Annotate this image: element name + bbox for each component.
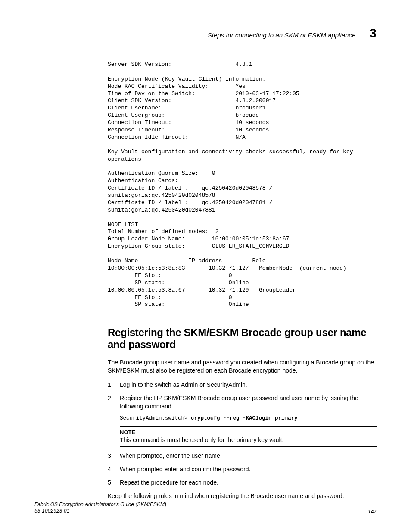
outro-paragraph: Keep the following rules in mind when re… [108, 492, 377, 500]
steps-list: Log in to the switch as Admin or Securit… [108, 381, 377, 487]
command-prompt: SecurityAdmin:switch> [120, 415, 191, 421]
step-4: When prompted enter and confirm the pass… [108, 465, 377, 473]
command-text: cryptocfg --reg -KAClogin primary [191, 415, 298, 421]
footer-left: Fabric OS Encryption Administrator's Gui… [34, 501, 166, 515]
step-text: Log in to the switch as Admin or Securit… [120, 381, 247, 388]
note-label: NOTE [120, 429, 377, 436]
step-5: Repeat the procedure for each node. [108, 479, 377, 487]
terminal-output: Server SDK Version: 4.8.1 Encryption Nod… [108, 61, 377, 308]
footer-page-number: 147 [368, 509, 377, 515]
step-text: When prompted, enter the user name. [120, 452, 222, 459]
chapter-number: 3 [369, 26, 377, 40]
note-box: NOTE This command is must be used only f… [120, 426, 377, 447]
step-1: Log in to the switch as Admin or Securit… [108, 381, 377, 389]
step-2: Register the HP SKM/ESKM Brocade group u… [108, 394, 377, 447]
header-title: Steps for connecting to an SKM or ESKM a… [208, 31, 356, 39]
intro-paragraph: The Brocade group user name and password… [108, 358, 377, 375]
footer-doc-title: Fabric OS Encryption Administrator's Gui… [34, 501, 166, 508]
command-block: SecurityAdmin:switch> cryptocfg --reg -K… [120, 415, 377, 422]
page-footer: Fabric OS Encryption Administrator's Gui… [34, 501, 377, 515]
note-text: This command is must be used only for th… [120, 436, 377, 444]
step-3: When prompted, enter the user name. [108, 452, 377, 460]
footer-doc-id: 53-1002923-01 [34, 508, 166, 515]
section-heading: Registering the SKM/ESKM Brocade group u… [108, 327, 377, 351]
step-text: Register the HP SKM/ESKM Brocade group u… [120, 395, 358, 410]
step-text: When prompted enter and confirm the pass… [120, 466, 251, 473]
page-header: Steps for connecting to an SKM or ESKM a… [34, 26, 377, 40]
step-text: Repeat the procedure for each node. [120, 479, 218, 486]
